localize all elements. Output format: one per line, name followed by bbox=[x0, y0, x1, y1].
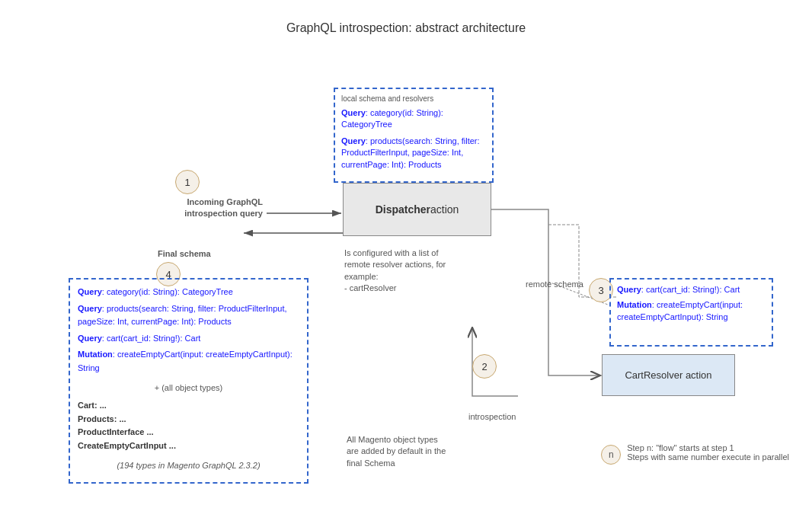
local-schema-line2: Query: products(search: String, filter: … bbox=[341, 136, 486, 171]
final-productinterface: ProductInterface ... bbox=[78, 426, 299, 439]
final-createempty: CreateEmptyCartInput ... bbox=[78, 439, 299, 453]
page-title: GraphQL introspection: abstract architec… bbox=[0, 8, 812, 35]
introspection-label: introspection bbox=[468, 411, 516, 423]
incoming-label: Incoming GraphQLintrospection query bbox=[110, 196, 263, 220]
final-line3: Query: cart(cart_id: String!): Cart bbox=[78, 332, 299, 346]
local-schema-box: local schema and resolvers Query: catego… bbox=[334, 88, 494, 183]
final-count: (194 types in Magento GraphQL 2.3.2) bbox=[78, 459, 299, 473]
circle-2: 2 bbox=[472, 354, 497, 379]
diagram-container: GraphQL introspection: abstract architec… bbox=[0, 8, 812, 487]
cartresolver-label: CartResolver action bbox=[625, 369, 711, 381]
final-line2: Query: products(search: String, filter: … bbox=[78, 302, 299, 329]
final-line1: Query: category(id: String): CategoryTre… bbox=[78, 286, 299, 299]
is-configured-label: Is configured with a list ofremote resol… bbox=[344, 248, 493, 295]
cartresolver-box: CartResolver action bbox=[602, 354, 735, 396]
dispatcher-box: Dispatcher action bbox=[343, 183, 491, 236]
final-schema-dashed-box: Query: category(id: String): CategoryTre… bbox=[69, 278, 308, 484]
legend-text: Step n: "flow" starts at step 1Steps wit… bbox=[627, 443, 789, 462]
final-cart: Cart: ... bbox=[78, 399, 299, 413]
remote-line1: Query: cart(cart_id: String!): Cart bbox=[617, 284, 766, 296]
final-line4: Mutation: createEmptyCart(input: createE… bbox=[78, 348, 299, 375]
local-schema-heading: local schema and resolvers bbox=[341, 94, 486, 104]
local-schema-line1: Query: category(id: String): CategoryTre… bbox=[341, 107, 486, 131]
remote-line2: Mutation: createEmptyCart(input: createE… bbox=[617, 299, 766, 323]
legend: n Step n: "flow" starts at step 1Steps w… bbox=[601, 443, 789, 465]
remote-schema-box: Query: cart(cart_id: String!): Cart Muta… bbox=[609, 278, 773, 347]
circle-1: 1 bbox=[175, 170, 200, 194]
remote-schema-label: remote schema bbox=[526, 279, 583, 290]
legend-circle: n bbox=[601, 445, 621, 465]
all-magento-label: All Magento object typesare added by def… bbox=[347, 434, 495, 469]
plus-text: + (all object types) bbox=[78, 382, 299, 395]
dispatcher-bold: Dispatcher bbox=[376, 203, 430, 216]
final-products: Products: ... bbox=[78, 413, 299, 427]
dispatcher-plain: action bbox=[430, 203, 459, 216]
final-schema-label: Final schema bbox=[158, 248, 211, 260]
